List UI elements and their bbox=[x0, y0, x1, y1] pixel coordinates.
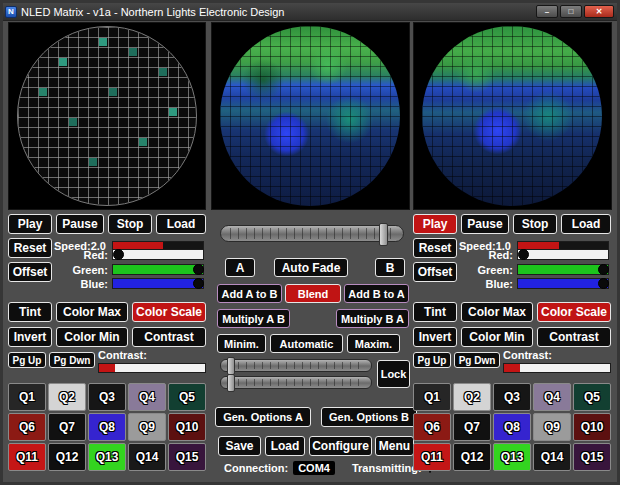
blue-knob-a[interactable] bbox=[193, 278, 204, 289]
blue-slider-a[interactable] bbox=[112, 278, 204, 289]
red-knob-a[interactable] bbox=[113, 249, 124, 260]
color-min-button-a[interactable]: Color Min bbox=[56, 327, 128, 347]
quick-button[interactable]: Q2 bbox=[48, 383, 86, 411]
load-button-center[interactable]: Load bbox=[265, 436, 305, 456]
quick-button[interactable]: Q9 bbox=[533, 413, 571, 441]
quick-button[interactable]: Q1 bbox=[8, 383, 46, 411]
tint-button-b[interactable]: Tint bbox=[413, 302, 457, 322]
load-button-b[interactable]: Load bbox=[561, 214, 611, 234]
blue-knob-b[interactable] bbox=[598, 278, 609, 289]
minim-button[interactable]: Minim. bbox=[217, 334, 266, 353]
color-scale-button-a[interactable]: Color Scale bbox=[132, 302, 206, 322]
quick-button[interactable]: Q6 bbox=[413, 413, 451, 441]
play-button-b[interactable]: Play bbox=[413, 214, 457, 234]
pg-up-button-b[interactable]: Pg Up bbox=[413, 352, 451, 368]
pause-button-b[interactable]: Pause bbox=[461, 214, 509, 234]
quick-button[interactable]: Q14 bbox=[128, 443, 166, 471]
pg-dwn-button-b[interactable]: Pg Dwn bbox=[454, 352, 500, 368]
quick-button[interactable]: Q4 bbox=[128, 383, 166, 411]
close-button[interactable]: ✕ bbox=[584, 5, 614, 18]
gen-options-b-button[interactable]: Gen. Options B bbox=[321, 407, 417, 427]
offset-button-a[interactable]: Offset bbox=[8, 262, 52, 282]
maxim-button[interactable]: Maxim. bbox=[347, 334, 400, 353]
pause-button-a[interactable]: Pause bbox=[56, 214, 104, 234]
multiply-b-a-button[interactable]: Multiply B A bbox=[336, 309, 409, 328]
stop-button-b[interactable]: Stop bbox=[513, 214, 557, 234]
quick-button[interactable]: Q13 bbox=[493, 443, 531, 471]
contrast-slider-a[interactable] bbox=[98, 363, 206, 373]
pg-up-button-a[interactable]: Pg Up bbox=[8, 352, 46, 368]
load-button-a[interactable]: Load bbox=[156, 214, 206, 234]
red-knob-b[interactable] bbox=[518, 249, 529, 260]
blend-button[interactable]: Blend bbox=[285, 284, 341, 303]
quick-button[interactable]: Q10 bbox=[168, 413, 206, 441]
quick-button[interactable]: Q8 bbox=[493, 413, 531, 441]
quick-button[interactable]: Q10 bbox=[573, 413, 611, 441]
quick-button[interactable]: Q13 bbox=[88, 443, 126, 471]
red-slider-a[interactable] bbox=[112, 249, 204, 260]
color-max-button-b[interactable]: Color Max bbox=[461, 302, 533, 322]
tint-button-a[interactable]: Tint bbox=[8, 302, 52, 322]
gen-slider-1[interactable] bbox=[220, 359, 372, 372]
stop-button-a[interactable]: Stop bbox=[108, 214, 152, 234]
minimize-button[interactable]: – bbox=[536, 5, 558, 18]
add-a-to-b-button[interactable]: Add A to B bbox=[217, 284, 282, 303]
offset-button-b[interactable]: Offset bbox=[413, 262, 457, 282]
lock-button[interactable]: Lock bbox=[377, 360, 410, 388]
red-slider-b[interactable] bbox=[517, 249, 609, 260]
quick-button[interactable]: Q1 bbox=[413, 383, 451, 411]
quick-button[interactable]: Q4 bbox=[533, 383, 571, 411]
invert-button-b[interactable]: Invert bbox=[413, 327, 457, 347]
contrast-slider-b[interactable] bbox=[503, 363, 611, 373]
quick-button[interactable]: Q2 bbox=[453, 383, 491, 411]
crossfader-handle[interactable] bbox=[379, 223, 388, 246]
quick-button[interactable]: Q3 bbox=[88, 383, 126, 411]
quick-button[interactable]: Q5 bbox=[168, 383, 206, 411]
auto-fade-button[interactable]: Auto Fade bbox=[274, 258, 348, 277]
automatic-button[interactable]: Automatic bbox=[270, 334, 343, 353]
green-slider-a[interactable] bbox=[112, 264, 204, 275]
configure-button[interactable]: Configure bbox=[309, 436, 372, 456]
b-button[interactable]: B bbox=[375, 258, 405, 277]
gen-slider-1-handle[interactable] bbox=[227, 357, 235, 375]
quick-button[interactable]: Q12 bbox=[48, 443, 86, 471]
color-min-button-b[interactable]: Color Min bbox=[461, 327, 533, 347]
contrast-button-b[interactable]: Contrast bbox=[537, 327, 611, 347]
green-knob-b[interactable] bbox=[598, 264, 609, 275]
crossfader-slider[interactable] bbox=[220, 225, 404, 242]
play-button-a[interactable]: Play bbox=[8, 214, 52, 234]
gen-options-a-button[interactable]: Gen. Options A bbox=[215, 407, 311, 427]
gen-slider-2[interactable] bbox=[220, 376, 372, 389]
quick-button[interactable]: Q7 bbox=[453, 413, 491, 441]
quick-button[interactable]: Q7 bbox=[48, 413, 86, 441]
maximize-button[interactable]: □ bbox=[560, 5, 582, 18]
quick-button[interactable]: Q11 bbox=[8, 443, 46, 471]
menu-button[interactable]: Menu bbox=[375, 436, 414, 456]
quick-button[interactable]: Q5 bbox=[573, 383, 611, 411]
quick-button[interactable]: Q9 bbox=[128, 413, 166, 441]
quick-button[interactable]: Q6 bbox=[8, 413, 46, 441]
quick-button[interactable]: Q15 bbox=[168, 443, 206, 471]
green-slider-b[interactable] bbox=[517, 264, 609, 275]
reset-button-b[interactable]: Reset bbox=[413, 238, 457, 258]
pg-dwn-button-a[interactable]: Pg Dwn bbox=[49, 352, 95, 368]
save-button[interactable]: Save bbox=[218, 436, 261, 456]
color-scale-button-b[interactable]: Color Scale bbox=[537, 302, 611, 322]
quick-button[interactable]: Q14 bbox=[533, 443, 571, 471]
quick-button[interactable]: Q3 bbox=[493, 383, 531, 411]
multiply-a-b-button[interactable]: Multiply A B bbox=[217, 309, 290, 328]
green-knob-a[interactable] bbox=[193, 264, 204, 275]
blue-slider-b[interactable] bbox=[517, 278, 609, 289]
contrast-button-a[interactable]: Contrast bbox=[132, 327, 206, 347]
invert-button-a[interactable]: Invert bbox=[8, 327, 52, 347]
a-button[interactable]: A bbox=[225, 258, 255, 277]
title-bar[interactable]: N NLED Matrix - v1a - Northern Lights El… bbox=[3, 3, 617, 21]
quick-button[interactable]: Q15 bbox=[573, 443, 611, 471]
add-b-to-a-button[interactable]: Add B to A bbox=[344, 284, 409, 303]
quick-button[interactable]: Q8 bbox=[88, 413, 126, 441]
quick-button[interactable]: Q12 bbox=[453, 443, 491, 471]
color-max-button-a[interactable]: Color Max bbox=[56, 302, 128, 322]
quick-button[interactable]: Q11 bbox=[413, 443, 451, 471]
gen-slider-2-handle[interactable] bbox=[227, 374, 235, 392]
reset-button-a[interactable]: Reset bbox=[8, 238, 52, 258]
